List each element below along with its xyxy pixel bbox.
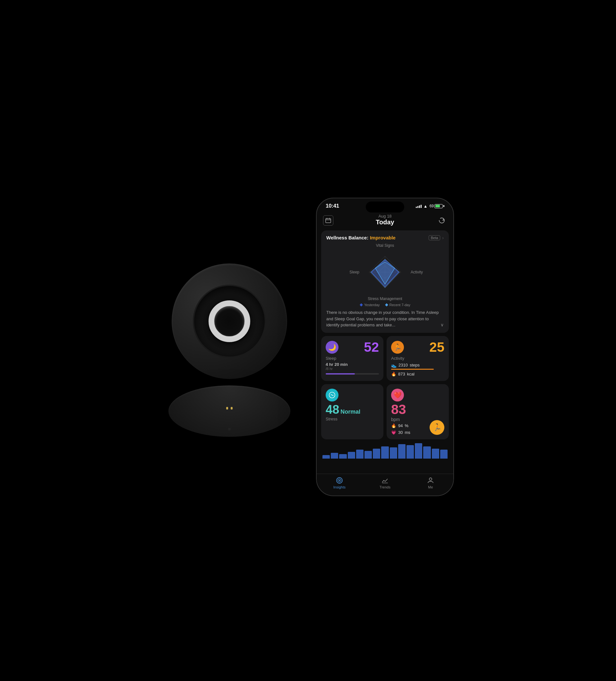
mini-chart [321, 443, 449, 459]
chart-bar-5 [364, 451, 372, 459]
legend-recent-label: Recent 7-day [389, 303, 410, 307]
radar-row: Sleep [326, 250, 444, 295]
hrv-unit: ms [405, 430, 410, 435]
wellness-status: Improvable [370, 235, 395, 241]
metrics-grid: 🌙 52 Sleep 4 hr 20 min /8 hr [321, 336, 449, 439]
sleep-label: Sleep [326, 356, 379, 361]
svg-point-18 [339, 480, 340, 481]
chart-bar-7 [381, 447, 388, 459]
chart-bar-4 [356, 450, 363, 458]
radar-label-sleep: Sleep [343, 270, 359, 274]
sleep-score: 52 [364, 340, 379, 354]
chart-bar-11 [415, 443, 422, 459]
activity-fab[interactable]: 🏃 [430, 420, 444, 435]
svg-point-20 [429, 478, 432, 480]
wellness-card[interactable]: Wellness Balance: Improvable Beta › Vita… [321, 230, 449, 333]
stress-number: 48 [326, 403, 339, 417]
signal-bars [416, 204, 421, 208]
sleep-goal: /8 hr [326, 367, 379, 371]
header-date: Aug 18 [378, 214, 391, 219]
battery-body [434, 204, 443, 208]
kcal-row: 🔥 873 kcal [391, 372, 444, 376]
steps-progress [391, 369, 434, 370]
wellness-desc-text: There is no obvious change in your condi… [326, 309, 439, 328]
steps-row: 👟 2310 steps [391, 363, 444, 368]
legend-yesterday: Yesterday [360, 303, 380, 307]
pct-unit: % [405, 423, 408, 428]
radar-legend: Yesterday Recent 7-day [360, 303, 410, 307]
signal-bar-4 [420, 205, 421, 208]
wellness-title-wrap: Wellness Balance: Improvable [326, 235, 395, 241]
battery-fill [435, 205, 440, 207]
stress-label: Stress [326, 417, 379, 421]
pct-value: 94 [398, 423, 403, 428]
tab-me-label: Me [428, 485, 433, 489]
tab-trends-label: Trends [380, 485, 390, 489]
status-icons: ▲ 69 [416, 204, 444, 209]
chart-bar-0 [323, 455, 330, 458]
battery-cap [443, 205, 444, 207]
hrv-icon: 💗 [391, 430, 396, 435]
svg-point-4 [439, 218, 444, 223]
dynamic-island [366, 202, 404, 212]
activity-icon: 🏃 [391, 341, 404, 354]
radar-label-top: Vital Signs [376, 243, 394, 248]
tab-bar: Insights Trends Me [317, 474, 453, 496]
desc-chevron-icon: ∨ [440, 322, 444, 328]
kcal-unit: kcal [407, 372, 414, 376]
svg-marker-12 [370, 259, 400, 287]
chart-bar-10 [407, 445, 414, 458]
chart-bar-12 [423, 447, 431, 459]
legend-yesterday-label: Yesterday [364, 303, 380, 307]
kcal-value: 873 [398, 372, 405, 376]
heart-card[interactable]: ❤️ 83 bpm 🔥 94 % 💗 30 [387, 384, 449, 439]
charging-pins [226, 407, 233, 409]
drop-icon: 🔥 [391, 423, 396, 428]
chart-bar-1 [331, 453, 338, 458]
chart-bar-9 [398, 444, 406, 459]
radar-label-stress: Stress Management [368, 297, 402, 301]
steps-value: 2310 [399, 363, 408, 368]
phone: 10:41 ▲ 69 [316, 198, 454, 496]
stress-icon [326, 389, 338, 402]
wellness-chevron-icon: › [442, 235, 444, 241]
wellness-title: Wellness Balance: [326, 235, 368, 241]
stress-card[interactable]: 48 Normal Stress [321, 384, 383, 439]
chart-bar-6 [373, 449, 380, 459]
signal-bar-1 [416, 207, 417, 208]
tab-me[interactable]: Me [408, 477, 453, 489]
radar-container: Vital Signs Sleep [326, 243, 444, 307]
tab-trends[interactable]: Trends [362, 477, 408, 489]
smart-ring [209, 300, 250, 342]
header-title: Today [376, 219, 394, 226]
status-bar: 10:41 ▲ 69 [317, 198, 453, 212]
activity-label: Activity [391, 356, 444, 361]
tab-insights[interactable]: Insights [317, 477, 362, 489]
svg-marker-13 [360, 303, 363, 306]
sleep-card[interactable]: 🌙 52 Sleep 4 hr 20 min /8 hr [321, 336, 383, 381]
heart-icon: ❤️ [391, 389, 404, 402]
sleep-progress-fill [326, 373, 355, 375]
signal-bar-2 [417, 206, 418, 208]
chart-bar-3 [348, 452, 355, 459]
chart-bar-13 [432, 449, 439, 459]
app-header: Aug 18 Today [317, 212, 453, 230]
signal-bar-3 [419, 205, 420, 208]
pin-2 [231, 407, 233, 409]
header-center: Aug 18 Today [376, 214, 394, 227]
bpm-value: 83 [391, 403, 444, 416]
tab-insights-label: Insights [333, 485, 345, 489]
svg-rect-19 [382, 483, 388, 483]
calendar-icon[interactable] [323, 215, 333, 226]
activity-card[interactable]: 🏃 25 Activity 👟 2310 steps 🔥 [387, 336, 449, 381]
sleep-time: 4 hr 20 min [326, 362, 379, 367]
shoe-icon: 👟 [391, 363, 396, 368]
refresh-icon[interactable] [437, 215, 447, 226]
wellness-badge: Beta › [429, 235, 444, 241]
ring-case-inner [194, 286, 265, 357]
hrv-value: 30 [398, 430, 403, 435]
activity-card-header: 🏃 25 [391, 340, 444, 354]
sleep-icon: 🌙 [326, 341, 338, 354]
status-time: 10:41 [326, 203, 339, 209]
wellness-description: There is no obvious change in your condi… [326, 309, 444, 328]
